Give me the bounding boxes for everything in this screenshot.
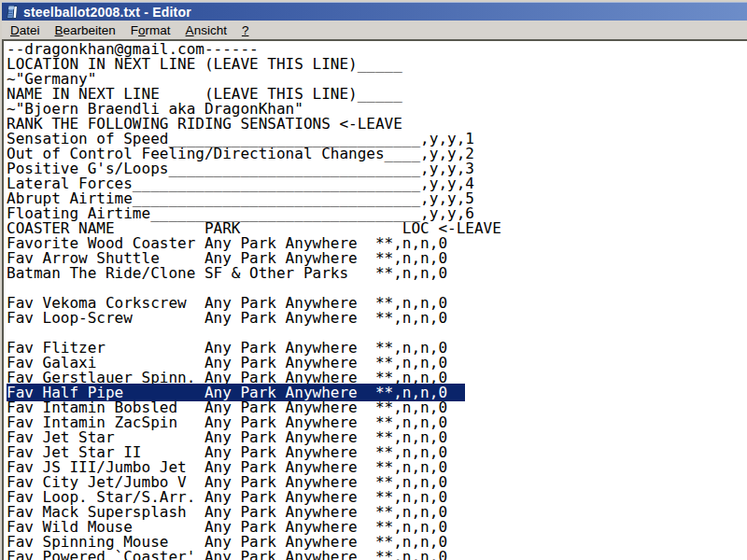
notepad-icon (5, 5, 20, 20)
menu-item-datei[interactable]: Datei (3, 21, 48, 39)
text-line: LOCATION IN NEXT LINE (LEAVE THIS LINE)_… (7, 57, 747, 72)
menu-bar: DateiBearbeitenFormatAnsicht? (2, 21, 747, 39)
title-bar[interactable]: steelballot2008.txt - Editor (2, 2, 747, 21)
menu-item-ansicht[interactable]: Ansicht (178, 21, 234, 39)
text-line: Batman The Ride/Clone SF & Other Parks *… (7, 266, 747, 281)
window-title: steelballot2008.txt - Editor (23, 5, 191, 20)
text-area[interactable]: --dragonkhan@gmail.com------LOCATION IN … (2, 39, 747, 560)
menu-item-bearbeiten[interactable]: Bearbeiten (48, 21, 123, 39)
menu-item-format[interactable]: Format (123, 21, 178, 39)
editor-window: steelballot2008.txt - Editor DateiBearbe… (0, 0, 747, 560)
text-content: --dragonkhan@gmail.com------LOCATION IN … (4, 41, 747, 560)
menu-item-hilfe[interactable]: ? (234, 21, 257, 39)
text-line: Fav Loop-Screw Any Park Anywhere **,n,n,… (7, 311, 747, 326)
text-line: Fav Powered `Coaster' Any Park Anywhere … (7, 550, 747, 560)
